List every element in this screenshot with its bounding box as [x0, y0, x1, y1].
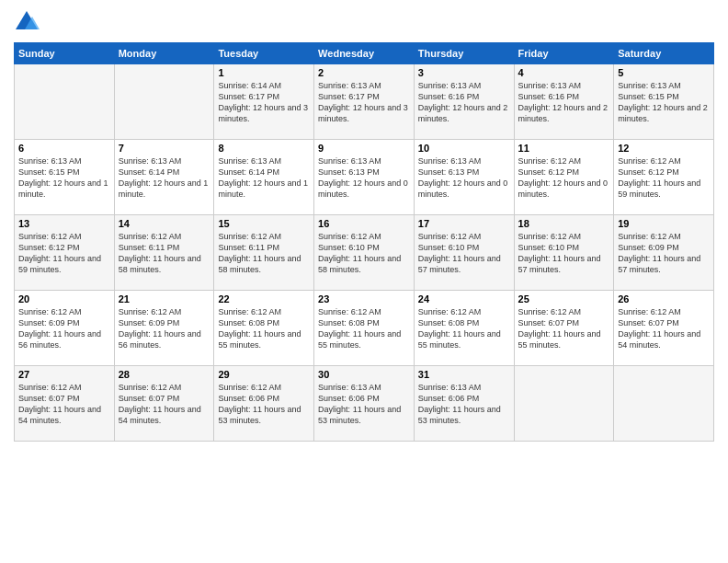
calendar-cell: 13Sunrise: 6:12 AM Sunset: 6:12 PM Dayli…: [15, 215, 115, 291]
cell-details: Sunrise: 6:12 AM Sunset: 6:10 PM Dayligh…: [318, 231, 410, 276]
calendar-cell: 24Sunrise: 6:12 AM Sunset: 6:08 PM Dayli…: [414, 291, 514, 366]
cell-details: Sunrise: 6:13 AM Sunset: 6:15 PM Dayligh…: [18, 155, 110, 201]
calendar-cell: 28Sunrise: 6:12 AM Sunset: 6:07 PM Dayli…: [114, 366, 214, 442]
weekday-header: Saturday: [614, 43, 714, 64]
cell-details: Sunrise: 6:13 AM Sunset: 6:13 PM Dayligh…: [318, 155, 410, 201]
cell-details: Sunrise: 6:12 AM Sunset: 6:08 PM Dayligh…: [418, 306, 510, 351]
calendar-cell: 12Sunrise: 6:12 AM Sunset: 6:12 PM Dayli…: [614, 140, 714, 215]
day-number: 2: [318, 67, 410, 78]
day-number: 27: [18, 369, 110, 380]
calendar-cell: [114, 64, 214, 140]
day-number: 29: [218, 369, 310, 380]
calendar-cell: 7Sunrise: 6:13 AM Sunset: 6:14 PM Daylig…: [114, 140, 214, 215]
calendar-cell: [15, 64, 115, 140]
day-number: 20: [18, 293, 110, 304]
cell-details: Sunrise: 6:13 AM Sunset: 6:16 PM Dayligh…: [418, 80, 510, 125]
cell-details: Sunrise: 6:13 AM Sunset: 6:13 PM Dayligh…: [418, 155, 510, 201]
calendar-week-row: 6Sunrise: 6:13 AM Sunset: 6:15 PM Daylig…: [15, 140, 714, 215]
cell-details: Sunrise: 6:14 AM Sunset: 6:17 PM Dayligh…: [218, 80, 310, 125]
cell-details: Sunrise: 6:12 AM Sunset: 6:07 PM Dayligh…: [518, 306, 610, 351]
calendar-cell: 9Sunrise: 6:13 AM Sunset: 6:13 PM Daylig…: [314, 140, 415, 215]
cell-details: Sunrise: 6:12 AM Sunset: 6:12 PM Dayligh…: [618, 155, 710, 201]
day-number: 8: [218, 143, 310, 154]
calendar-cell: 6Sunrise: 6:13 AM Sunset: 6:15 PM Daylig…: [15, 140, 115, 215]
calendar-cell: 26Sunrise: 6:12 AM Sunset: 6:07 PM Dayli…: [614, 291, 714, 366]
calendar-cell: 31Sunrise: 6:13 AM Sunset: 6:06 PM Dayli…: [414, 366, 514, 442]
cell-details: Sunrise: 6:13 AM Sunset: 6:16 PM Dayligh…: [518, 80, 610, 125]
calendar-cell: 18Sunrise: 6:12 AM Sunset: 6:10 PM Dayli…: [514, 215, 614, 291]
day-number: 19: [618, 218, 710, 229]
day-number: 13: [18, 218, 110, 229]
day-number: 21: [119, 293, 210, 304]
calendar-cell: 4Sunrise: 6:13 AM Sunset: 6:16 PM Daylig…: [514, 64, 614, 140]
calendar-cell: 15Sunrise: 6:12 AM Sunset: 6:11 PM Dayli…: [214, 215, 314, 291]
calendar-week-row: 20Sunrise: 6:12 AM Sunset: 6:09 PM Dayli…: [15, 291, 714, 366]
calendar-cell: 14Sunrise: 6:12 AM Sunset: 6:11 PM Dayli…: [114, 215, 214, 291]
weekday-header: Sunday: [15, 43, 115, 64]
day-number: 24: [418, 293, 510, 304]
weekday-header: Wednesday: [314, 43, 415, 64]
day-number: 25: [518, 293, 610, 304]
calendar-cell: 29Sunrise: 6:12 AM Sunset: 6:06 PM Dayli…: [214, 366, 314, 442]
day-number: 31: [418, 369, 510, 380]
cell-details: Sunrise: 6:12 AM Sunset: 6:12 PM Dayligh…: [518, 155, 610, 201]
day-number: 4: [518, 67, 610, 78]
day-number: 6: [18, 143, 110, 154]
day-number: 7: [119, 143, 210, 154]
cell-details: Sunrise: 6:12 AM Sunset: 6:07 PM Dayligh…: [18, 382, 110, 427]
calendar-cell: 23Sunrise: 6:12 AM Sunset: 6:08 PM Dayli…: [314, 291, 415, 366]
cell-details: Sunrise: 6:13 AM Sunset: 6:15 PM Dayligh…: [618, 80, 710, 125]
day-number: 1: [218, 67, 310, 78]
cell-details: Sunrise: 6:13 AM Sunset: 6:14 PM Dayligh…: [218, 155, 310, 201]
calendar-cell: 8Sunrise: 6:13 AM Sunset: 6:14 PM Daylig…: [214, 140, 314, 215]
cell-details: Sunrise: 6:12 AM Sunset: 6:07 PM Dayligh…: [119, 382, 210, 427]
day-number: 14: [119, 218, 210, 229]
cell-details: Sunrise: 6:12 AM Sunset: 6:11 PM Dayligh…: [218, 231, 310, 276]
cell-details: Sunrise: 6:12 AM Sunset: 6:09 PM Dayligh…: [119, 306, 210, 351]
cell-details: Sunrise: 6:12 AM Sunset: 6:11 PM Dayligh…: [119, 231, 210, 276]
calendar-week-row: 13Sunrise: 6:12 AM Sunset: 6:12 PM Dayli…: [15, 215, 714, 291]
calendar-header-row: SundayMondayTuesdayWednesdayThursdayFrid…: [15, 43, 714, 64]
day-number: 9: [318, 143, 410, 154]
cell-details: Sunrise: 6:12 AM Sunset: 6:08 PM Dayligh…: [318, 306, 410, 351]
page: SundayMondayTuesdayWednesdayThursdayFrid…: [0, 0, 728, 563]
cell-details: Sunrise: 6:12 AM Sunset: 6:08 PM Dayligh…: [218, 306, 310, 351]
calendar-cell: [614, 366, 714, 442]
day-number: 28: [119, 369, 210, 380]
weekday-header: Tuesday: [214, 43, 314, 64]
day-number: 3: [418, 67, 510, 78]
calendar-cell: 10Sunrise: 6:13 AM Sunset: 6:13 PM Dayli…: [414, 140, 514, 215]
weekday-header: Monday: [114, 43, 214, 64]
calendar-cell: 2Sunrise: 6:13 AM Sunset: 6:17 PM Daylig…: [314, 64, 415, 140]
cell-details: Sunrise: 6:12 AM Sunset: 6:07 PM Dayligh…: [618, 306, 710, 351]
cell-details: Sunrise: 6:12 AM Sunset: 6:09 PM Dayligh…: [18, 306, 110, 351]
logo-icon: [14, 9, 40, 35]
day-number: 17: [418, 218, 510, 229]
calendar-cell: 17Sunrise: 6:12 AM Sunset: 6:10 PM Dayli…: [414, 215, 514, 291]
day-number: 15: [218, 218, 310, 229]
calendar-cell: 1Sunrise: 6:14 AM Sunset: 6:17 PM Daylig…: [214, 64, 314, 140]
day-number: 12: [618, 143, 710, 154]
day-number: 30: [318, 369, 410, 380]
day-number: 26: [618, 293, 710, 304]
cell-details: Sunrise: 6:12 AM Sunset: 6:09 PM Dayligh…: [618, 231, 710, 276]
cell-details: Sunrise: 6:13 AM Sunset: 6:06 PM Dayligh…: [418, 382, 510, 427]
calendar-cell: 25Sunrise: 6:12 AM Sunset: 6:07 PM Dayli…: [514, 291, 614, 366]
calendar-cell: 3Sunrise: 6:13 AM Sunset: 6:16 PM Daylig…: [414, 64, 514, 140]
calendar-cell: 22Sunrise: 6:12 AM Sunset: 6:08 PM Dayli…: [214, 291, 314, 366]
day-number: 18: [518, 218, 610, 229]
calendar-cell: 21Sunrise: 6:12 AM Sunset: 6:09 PM Dayli…: [114, 291, 214, 366]
cell-details: Sunrise: 6:13 AM Sunset: 6:06 PM Dayligh…: [318, 382, 410, 427]
logo: [14, 9, 43, 35]
calendar-cell: 5Sunrise: 6:13 AM Sunset: 6:15 PM Daylig…: [614, 64, 714, 140]
calendar-cell: 16Sunrise: 6:12 AM Sunset: 6:10 PM Dayli…: [314, 215, 415, 291]
calendar-week-row: 1Sunrise: 6:14 AM Sunset: 6:17 PM Daylig…: [15, 64, 714, 140]
day-number: 5: [618, 67, 710, 78]
calendar-cell: 19Sunrise: 6:12 AM Sunset: 6:09 PM Dayli…: [614, 215, 714, 291]
calendar-table: SundayMondayTuesdayWednesdayThursdayFrid…: [14, 42, 714, 442]
calendar-cell: 20Sunrise: 6:12 AM Sunset: 6:09 PM Dayli…: [15, 291, 115, 366]
cell-details: Sunrise: 6:13 AM Sunset: 6:14 PM Dayligh…: [119, 155, 210, 201]
cell-details: Sunrise: 6:12 AM Sunset: 6:12 PM Dayligh…: [18, 231, 110, 276]
day-number: 11: [518, 143, 610, 154]
cell-details: Sunrise: 6:12 AM Sunset: 6:10 PM Dayligh…: [518, 231, 610, 276]
